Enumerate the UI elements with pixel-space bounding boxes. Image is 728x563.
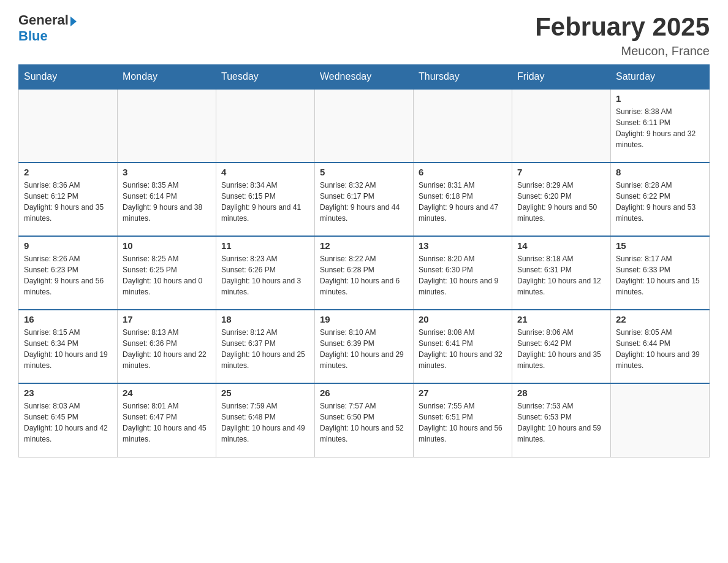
day-number: 1 (616, 93, 704, 104)
calendar-cell (118, 89, 216, 163)
day-info: Sunrise: 7:53 AMSunset: 6:53 PMDaylight:… (517, 400, 605, 445)
calendar-cell (512, 89, 611, 163)
day-info: Sunrise: 7:59 AMSunset: 6:48 PMDaylight:… (221, 400, 309, 445)
calendar-cell: 25Sunrise: 7:59 AMSunset: 6:48 PMDayligh… (216, 383, 315, 457)
day-of-week-header: Friday (512, 65, 611, 90)
calendar-cell: 28Sunrise: 7:53 AMSunset: 6:53 PMDayligh… (512, 383, 611, 457)
calendar-cell: 14Sunrise: 8:18 AMSunset: 6:31 PMDayligh… (512, 236, 611, 310)
calendar-cell: 22Sunrise: 8:05 AMSunset: 6:44 PMDayligh… (611, 310, 710, 383)
calendar-cell: 11Sunrise: 8:23 AMSunset: 6:26 PMDayligh… (216, 236, 315, 310)
day-number: 16 (24, 314, 112, 324)
day-info: Sunrise: 8:26 AMSunset: 6:23 PMDaylight:… (24, 253, 112, 297)
day-number: 15 (616, 240, 704, 251)
day-info: Sunrise: 8:05 AMSunset: 6:44 PMDaylight:… (616, 327, 704, 371)
day-number: 5 (320, 167, 408, 177)
calendar-week-row: 9Sunrise: 8:26 AMSunset: 6:23 PMDaylight… (19, 236, 710, 310)
calendar-cell: 2Sunrise: 8:36 AMSunset: 6:12 PMDaylight… (19, 163, 118, 236)
day-info: Sunrise: 7:55 AMSunset: 6:51 PMDaylight:… (419, 400, 507, 445)
day-info: Sunrise: 8:38 AMSunset: 6:11 PMDaylight:… (616, 106, 704, 150)
calendar-cell: 21Sunrise: 8:06 AMSunset: 6:42 PMDayligh… (512, 310, 611, 383)
day-number: 25 (221, 388, 309, 398)
day-number: 24 (123, 388, 211, 398)
month-year-title: February 2025 (535, 12, 710, 42)
day-number: 2 (24, 167, 112, 177)
day-info: Sunrise: 8:18 AMSunset: 6:31 PMDaylight:… (517, 253, 605, 297)
page-header: General Blue February 2025 Meucon, Franc… (18, 12, 710, 58)
day-info: Sunrise: 8:29 AMSunset: 6:20 PMDaylight:… (517, 180, 605, 224)
day-number: 18 (221, 314, 309, 324)
calendar-week-row: 1Sunrise: 8:38 AMSunset: 6:11 PMDaylight… (19, 89, 710, 163)
calendar-cell: 24Sunrise: 8:01 AMSunset: 6:47 PMDayligh… (118, 383, 216, 457)
calendar-cell: 4Sunrise: 8:34 AMSunset: 6:15 PMDaylight… (216, 163, 315, 236)
calendar-cell: 13Sunrise: 8:20 AMSunset: 6:30 PMDayligh… (414, 236, 512, 310)
day-number: 28 (517, 388, 605, 398)
logo-blue-text: Blue (18, 28, 48, 44)
calendar-cell: 20Sunrise: 8:08 AMSunset: 6:41 PMDayligh… (414, 310, 512, 383)
day-number: 12 (320, 240, 408, 251)
day-of-week-header: Thursday (414, 65, 512, 90)
day-number: 23 (24, 388, 112, 398)
calendar-cell (611, 383, 710, 457)
calendar-cell: 17Sunrise: 8:13 AMSunset: 6:36 PMDayligh… (118, 310, 216, 383)
calendar-cell: 18Sunrise: 8:12 AMSunset: 6:37 PMDayligh… (216, 310, 315, 383)
day-number: 8 (616, 167, 704, 177)
day-of-week-header: Saturday (611, 65, 710, 90)
day-of-week-header: Sunday (19, 65, 118, 90)
calendar-cell: 3Sunrise: 8:35 AMSunset: 6:14 PMDaylight… (118, 163, 216, 236)
day-number: 27 (419, 388, 507, 398)
day-of-week-header: Wednesday (315, 65, 414, 90)
calendar-cell: 27Sunrise: 7:55 AMSunset: 6:51 PMDayligh… (414, 383, 512, 457)
location-label: Meucon, France (535, 44, 710, 58)
day-number: 11 (221, 240, 309, 251)
logo-general-text: General (18, 12, 69, 28)
title-section: February 2025 Meucon, France (535, 12, 710, 58)
day-info: Sunrise: 8:34 AMSunset: 6:15 PMDaylight:… (221, 180, 309, 224)
calendar-table: SundayMondayTuesdayWednesdayThursdayFrid… (18, 64, 710, 458)
calendar-cell: 9Sunrise: 8:26 AMSunset: 6:23 PMDaylight… (19, 236, 118, 310)
day-info: Sunrise: 8:01 AMSunset: 6:47 PMDaylight:… (123, 400, 211, 445)
calendar-cell (19, 89, 118, 163)
day-number: 9 (24, 240, 112, 251)
day-info: Sunrise: 8:28 AMSunset: 6:22 PMDaylight:… (616, 180, 704, 224)
day-number: 3 (123, 167, 211, 177)
day-info: Sunrise: 8:36 AMSunset: 6:12 PMDaylight:… (24, 180, 112, 224)
calendar-cell: 26Sunrise: 7:57 AMSunset: 6:50 PMDayligh… (315, 383, 414, 457)
day-of-week-header: Tuesday (216, 65, 315, 90)
day-number: 17 (123, 314, 211, 324)
day-info: Sunrise: 7:57 AMSunset: 6:50 PMDaylight:… (320, 400, 408, 445)
day-number: 7 (517, 167, 605, 177)
day-info: Sunrise: 8:31 AMSunset: 6:18 PMDaylight:… (419, 180, 507, 224)
day-number: 14 (517, 240, 605, 251)
day-number: 10 (123, 240, 211, 251)
calendar-cell: 6Sunrise: 8:31 AMSunset: 6:18 PMDaylight… (414, 163, 512, 236)
calendar-cell (414, 89, 512, 163)
day-info: Sunrise: 8:23 AMSunset: 6:26 PMDaylight:… (221, 253, 309, 297)
calendar-cell: 23Sunrise: 8:03 AMSunset: 6:45 PMDayligh… (19, 383, 118, 457)
calendar-cell: 5Sunrise: 8:32 AMSunset: 6:17 PMDaylight… (315, 163, 414, 236)
day-number: 13 (419, 240, 507, 251)
day-number: 21 (517, 314, 605, 324)
day-info: Sunrise: 8:10 AMSunset: 6:39 PMDaylight:… (320, 327, 408, 371)
day-info: Sunrise: 8:12 AMSunset: 6:37 PMDaylight:… (221, 327, 309, 371)
day-info: Sunrise: 8:08 AMSunset: 6:41 PMDaylight:… (419, 327, 507, 371)
calendar-cell: 1Sunrise: 8:38 AMSunset: 6:11 PMDaylight… (611, 89, 710, 163)
day-number: 20 (419, 314, 507, 324)
calendar-cell (315, 89, 414, 163)
day-info: Sunrise: 8:32 AMSunset: 6:17 PMDaylight:… (320, 180, 408, 224)
calendar-cell (216, 89, 315, 163)
logo-arrow-icon (70, 17, 77, 26)
day-number: 22 (616, 314, 704, 324)
day-info: Sunrise: 8:25 AMSunset: 6:25 PMDaylight:… (123, 253, 211, 297)
calendar-cell: 12Sunrise: 8:22 AMSunset: 6:28 PMDayligh… (315, 236, 414, 310)
calendar-cell: 16Sunrise: 8:15 AMSunset: 6:34 PMDayligh… (19, 310, 118, 383)
calendar-cell: 19Sunrise: 8:10 AMSunset: 6:39 PMDayligh… (315, 310, 414, 383)
calendar-cell: 15Sunrise: 8:17 AMSunset: 6:33 PMDayligh… (611, 236, 710, 310)
calendar-cell: 7Sunrise: 8:29 AMSunset: 6:20 PMDaylight… (512, 163, 611, 236)
day-info: Sunrise: 8:06 AMSunset: 6:42 PMDaylight:… (517, 327, 605, 371)
day-number: 6 (419, 167, 507, 177)
day-info: Sunrise: 8:20 AMSunset: 6:30 PMDaylight:… (419, 253, 507, 297)
day-info: Sunrise: 8:35 AMSunset: 6:14 PMDaylight:… (123, 180, 211, 224)
calendar-header-row: SundayMondayTuesdayWednesdayThursdayFrid… (19, 65, 710, 90)
day-of-week-header: Monday (118, 65, 216, 90)
day-number: 26 (320, 388, 408, 398)
